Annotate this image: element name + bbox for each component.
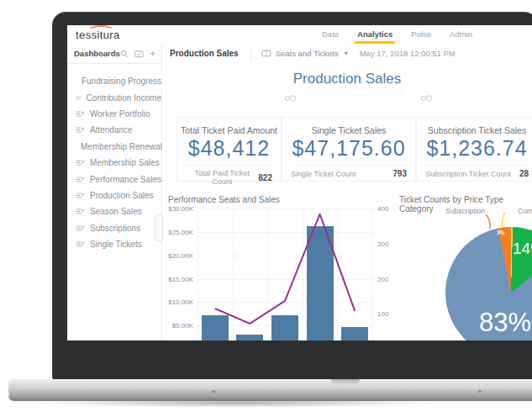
kpi-value: $47,175.60 xyxy=(282,136,415,161)
nav-tab-data[interactable]: Data xyxy=(322,25,339,44)
kpi-row: Total Ticket Paid Amount $48,412 Total P… xyxy=(176,117,532,182)
kpi-card-total-paid: Total Ticket Paid Amount $48,412 Total P… xyxy=(176,117,282,182)
kpi-count-label: Total Paid Ticket Count xyxy=(186,169,258,186)
kpi-value: $48,412 xyxy=(177,136,281,161)
laptop-base xyxy=(8,379,532,401)
dashboard-list: Fundraising Progress Contribution Income… xyxy=(67,64,161,252)
base-screw xyxy=(212,390,215,393)
search-icon[interactable] xyxy=(120,50,129,58)
kpi-count-value: 28 xyxy=(519,169,529,178)
sidebar-item-performance-sales[interactable]: Performance Sales xyxy=(67,171,161,187)
sidebar-item-subscriptions[interactable]: Subscriptions xyxy=(67,220,161,236)
logo-arc-icon xyxy=(87,25,114,36)
nav-tab-admin[interactable]: Admin xyxy=(450,25,472,44)
sidebar-item-worker-portfolio[interactable]: Worker Portfolio xyxy=(67,106,161,122)
dashboard-content: Production Sales Total Ticket Paid Amoun… xyxy=(162,63,532,340)
sidebar-item-production-sales[interactable]: Production Sales xyxy=(67,187,161,203)
ticket-icon xyxy=(261,50,271,57)
sidebar-title: Dashboards xyxy=(74,49,120,58)
sidebar-item-season-sales[interactable]: Season Sales xyxy=(67,203,161,219)
kpi-count-value: 793 xyxy=(392,169,407,178)
top-nav-bar: tessitura Data Analytics Pulse Admin xyxy=(67,25,532,45)
base-screw xyxy=(478,390,482,393)
sidebar-item-single-tickets[interactable]: Single Tickets xyxy=(67,236,161,252)
sidebar-item-membership-renewals[interactable]: Membership Renewals xyxy=(67,139,161,155)
link-icon[interactable] xyxy=(284,94,298,103)
sidebar-collapse-handle[interactable] xyxy=(155,214,163,241)
kpi-count-label: Single Ticket Count xyxy=(291,170,356,178)
link-icon[interactable] xyxy=(420,94,434,103)
sidebar-item-membership-sales[interactable]: Membership Sales xyxy=(67,155,161,171)
scope-dropdown[interactable]: Seats and Tickets ▾ xyxy=(261,49,348,58)
dashboard-title: Production Sales xyxy=(162,71,532,87)
nav-tab-pulse[interactable]: Pulse xyxy=(411,25,431,44)
sidebar-item-fundraising-progress[interactable]: Fundraising Progress xyxy=(67,73,161,89)
laptop-hinge-notch xyxy=(331,379,360,384)
kpi-label: Single Ticket Sales xyxy=(282,125,415,135)
timestamp: May 17, 2018 12:00:51 PM xyxy=(360,49,456,58)
dashboards-sidebar: Dashboards + Fundraising Progress Contri… xyxy=(67,44,162,340)
kpi-card-single-ticket: Single Ticket Sales $47,175.60 Single Ti… xyxy=(282,117,416,182)
sidebar-header: Dashboards + xyxy=(67,44,161,64)
kpi-label: Total Ticket Paid Amount xyxy=(177,125,281,135)
sidebar-item-contribution-income[interactable]: Contribution Income xyxy=(67,89,161,105)
kpi-card-subscription-ticket: Subscription Ticket Sales $1,236.74 Subs… xyxy=(416,117,532,182)
header-divider xyxy=(250,49,251,59)
scope-label: Seats and Tickets xyxy=(276,49,339,58)
main-header: Production Sales Seats and Tickets ▾ May… xyxy=(162,44,532,64)
nav-tab-analytics[interactable]: Analytics xyxy=(357,25,392,44)
kpi-value: $1,236.74 xyxy=(417,136,532,161)
page-tab-production-sales[interactable]: Production Sales xyxy=(170,49,239,58)
laptop-mockup: tessitura Data Analytics Pulse Admin Das… xyxy=(0,0,532,417)
sidebar-item-attendance[interactable]: Attendance xyxy=(67,122,161,138)
kpi-count-label: Subscription Ticket Count xyxy=(425,170,511,178)
kpi-label: Subscription Ticket Sales xyxy=(417,125,532,135)
collection-icon[interactable] xyxy=(134,50,144,58)
laptop-screen: tessitura Data Analytics Pulse Admin Das… xyxy=(67,25,532,340)
chevron-down-icon: ▾ xyxy=(345,50,348,57)
nav-tabs: Data Analytics Pulse Admin xyxy=(322,25,472,44)
kpi-count-value: 822 xyxy=(258,173,272,182)
add-dashboard-icon[interactable]: + xyxy=(150,50,155,58)
